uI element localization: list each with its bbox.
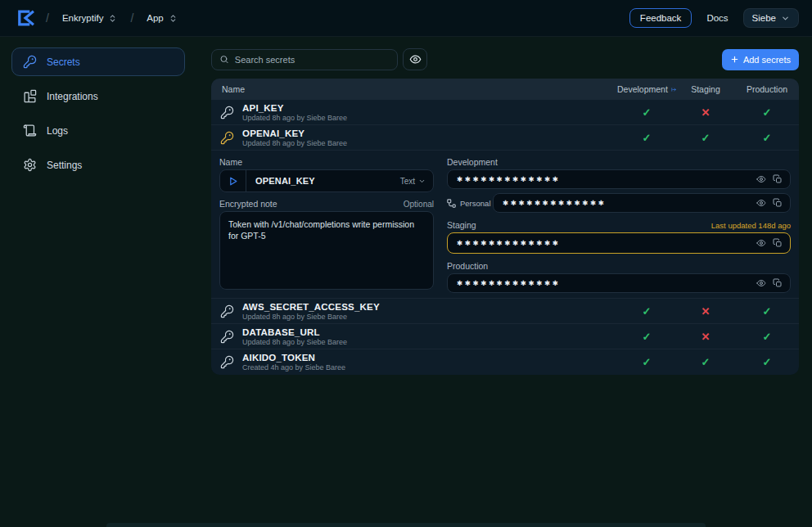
chevron-down-icon: [781, 14, 790, 23]
key-icon: [220, 355, 234, 369]
eye-icon[interactable]: [756, 174, 766, 184]
user-name: Siebe: [752, 13, 776, 23]
blocks-icon: [23, 89, 37, 103]
secret-detail-panel: Name OPENAI_KEY Text Encrypted note Opti…: [211, 151, 799, 299]
secret-name: DATABASE_URL: [242, 327, 347, 337]
add-secrets-label: Add secrets: [743, 55, 791, 65]
copy-icon[interactable]: [773, 174, 783, 184]
secret-meta: Updated 8h ago by Siebe Baree: [242, 139, 347, 147]
status-staging: ✓: [676, 356, 735, 368]
eye-icon[interactable]: [756, 198, 766, 208]
status-production: ✓: [735, 356, 799, 368]
column-name: Name: [211, 84, 617, 94]
secret-row-openai-key[interactable]: OPENAI_KEY Updated 8h ago by Siebe Baree…: [211, 125, 799, 151]
sidebar-item-secrets[interactable]: Secrets: [11, 47, 185, 76]
secret-row-api-key[interactable]: API_KEY Updated 8h ago by Siebe Baree ✓ …: [211, 100, 799, 125]
secret-name: AWS_SECRET_ACCESS_KEY: [242, 302, 380, 312]
copy-icon[interactable]: [773, 278, 783, 288]
copy-icon[interactable]: [773, 198, 783, 208]
status-staging: ✕: [676, 331, 735, 343]
encrypted-note-textarea[interactable]: Token with /v1/chat/completions write pe…: [219, 211, 434, 290]
column-development[interactable]: Development: [617, 84, 676, 94]
feedback-button[interactable]: Feedback: [629, 8, 692, 28]
personal-value-field[interactable]: ✱✱✱✱✱✱✱✱✱✱✱✱✱: [493, 193, 791, 213]
sidebar-item-label: Integrations: [47, 91, 98, 102]
secret-name: API_KEY: [242, 103, 347, 113]
secrets-table: Name Development Staging Production API_…: [211, 79, 799, 375]
column-staging[interactable]: Staging: [676, 84, 735, 94]
status-staging: ✕: [676, 106, 735, 119]
status-production: ✓: [735, 305, 799, 318]
personal-value: ✱✱✱✱✱✱✱✱✱✱✱✱✱: [494, 199, 756, 207]
sidebar-item-integrations[interactable]: Integrations: [11, 82, 185, 110]
status-production: ✓: [735, 106, 799, 119]
secret-row-aws-secret-access-key[interactable]: AWS_SECRET_ACCESS_KEY Updated 8h ago by …: [211, 299, 799, 324]
chevrons-up-down-icon: [169, 14, 178, 23]
staging-last-updated: Last updated 148d ago: [711, 221, 791, 230]
breadcrumb-project-select[interactable]: App: [142, 10, 182, 26]
chevron-down-icon: [418, 178, 426, 185]
docs-link[interactable]: Docs: [706, 13, 728, 23]
main-content: Add secrets Name Development Staging Pro…: [211, 37, 799, 527]
note-label: Encrypted note: [219, 199, 277, 209]
secret-name: AIKIDO_TOKEN: [242, 353, 345, 363]
secret-row-aikido-token[interactable]: AIKIDO_TOKEN Created 4h ago by Siebe Bar…: [211, 349, 799, 375]
secret-row-database-url[interactable]: DATABASE_URL Updated 8h ago by Siebe Bar…: [211, 324, 799, 349]
development-label: Development: [447, 157, 791, 167]
detail-right-column: Development ✱✱✱✱✱✱✱✱✱✱✱✱✱ Personal ✱✱✱✱✱…: [447, 157, 791, 293]
column-production[interactable]: Production: [735, 84, 799, 94]
secret-name-input[interactable]: OPENAI_KEY: [246, 176, 400, 186]
copy-icon[interactable]: [773, 238, 783, 248]
status-development: ✓: [617, 356, 676, 368]
key-icon: [220, 106, 234, 119]
status-production: ✓: [735, 132, 799, 144]
secret-meta: Updated 8h ago by Siebe Baree: [242, 338, 347, 346]
breadcrumb-separator: /: [130, 11, 133, 25]
secret-meta: Updated 8h ago by Siebe Baree: [242, 313, 380, 321]
project-name: App: [147, 13, 163, 23]
scroll-icon: [23, 124, 37, 137]
reveal-all-toggle[interactable]: [403, 48, 427, 70]
staging-label: Staging: [447, 220, 476, 230]
table-header: Name Development Staging Production: [211, 79, 799, 100]
development-value-field[interactable]: ✱✱✱✱✱✱✱✱✱✱✱✱✱: [447, 169, 791, 189]
status-development: ✓: [617, 305, 676, 318]
secret-meta: Created 4h ago by Siebe Baree: [242, 363, 345, 372]
enkryptify-logo-icon[interactable]: [13, 6, 38, 30]
sidebar-item-label: Logs: [47, 125, 68, 137]
search-input[interactable]: [235, 55, 390, 65]
sidebar-item-logs[interactable]: Logs: [11, 116, 185, 145]
toolbar: Add secrets: [211, 48, 799, 70]
production-value-field[interactable]: ✱✱✱✱✱✱✱✱✱✱✱✱✱: [447, 273, 791, 293]
secret-name-field: OPENAI_KEY Text: [219, 169, 434, 192]
search-box: [211, 49, 398, 70]
secret-type-select[interactable]: Text: [400, 177, 433, 186]
search-icon: [219, 54, 229, 65]
sidebar: Secrets Integrations Logs Settings: [0, 37, 196, 527]
eye-icon[interactable]: [756, 278, 766, 288]
dock-hint-bar: [106, 523, 706, 527]
secret-meta: Updated 8h ago by Siebe Baree: [242, 114, 347, 122]
note-optional-hint: Optional: [404, 200, 434, 209]
status-development: ✓: [617, 331, 676, 343]
play-triangle-icon[interactable]: [220, 170, 246, 191]
fork-icon: [447, 199, 456, 208]
topbar: / Enkryptify / App Feedback Docs Siebe: [0, 0, 812, 37]
development-value: ✱✱✱✱✱✱✱✱✱✱✱✱✱: [448, 175, 756, 183]
add-secrets-button[interactable]: Add secrets: [722, 49, 799, 70]
breadcrumb-org-select[interactable]: Enkryptify: [57, 10, 123, 26]
eye-icon[interactable]: [756, 238, 766, 248]
status-staging: ✕: [676, 305, 735, 318]
production-label: Production: [447, 261, 791, 271]
breadcrumb-separator: /: [46, 11, 49, 25]
status-development: ✓: [617, 106, 676, 119]
sidebar-item-label: Secrets: [47, 56, 80, 68]
production-value: ✱✱✱✱✱✱✱✱✱✱✱✱✱: [448, 279, 756, 287]
staging-value-field[interactable]: ✱✱✱✱✱✱✱✱✱✱✱✱✱: [447, 232, 791, 254]
sidebar-item-settings[interactable]: Settings: [11, 151, 185, 179]
user-menu-button[interactable]: Siebe: [743, 8, 799, 28]
detail-left-column: Name OPENAI_KEY Text Encrypted note Opti…: [219, 157, 434, 293]
key-icon: [220, 131, 234, 145]
secret-name: OPENAI_KEY: [242, 128, 347, 138]
eye-icon: [409, 53, 422, 65]
